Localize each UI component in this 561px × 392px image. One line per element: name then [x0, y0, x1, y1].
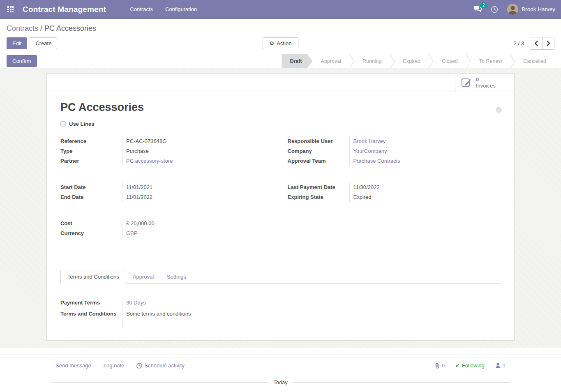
button-box: 0 Invoices [47, 74, 514, 92]
field-start-date: Start Date 11/01/2021 [60, 182, 274, 192]
attachments-count: 0 [442, 362, 445, 369]
field-last-payment-date: Last Payment Date 11/30/2022 [288, 182, 501, 192]
last-payment-date-value: 11/30/2022 [349, 182, 501, 192]
clock-icon [136, 363, 142, 369]
stage-closed[interactable]: Closed [434, 54, 466, 68]
field-terms-and-conditions: Terms and Conditions Some terms and cond… [60, 309, 501, 328]
stage-separator [510, 54, 515, 68]
user-avatar [507, 4, 518, 15]
stage-draft[interactable]: Draft [282, 54, 312, 68]
pager-counter: 2 / 3 [514, 40, 524, 46]
field-reference: Reference PC-AC-073648G [60, 136, 274, 146]
action-button[interactable]: ⚙ Action [263, 37, 299, 49]
breadcrumb-contracts[interactable]: Contracts [7, 24, 38, 32]
invoices-label: Invoices [476, 83, 496, 89]
chatter: Send message Log note Schedule activity … [0, 355, 561, 392]
stage-separator [390, 54, 395, 68]
field-cost: Cost £ 20,000.00 [60, 219, 274, 228]
payment-terms-link[interactable]: 30 Days [126, 300, 146, 306]
edit-document-icon [461, 77, 472, 88]
follower-person-icon [495, 363, 501, 368]
tab-approval[interactable]: Approval [126, 270, 160, 283]
stage-pipeline: Draft Approval Running Expired Closed To… [282, 54, 554, 68]
partner-link[interactable]: PC accessory-store [126, 158, 173, 164]
breadcrumb: Contracts / PC Accessories [7, 24, 554, 33]
breadcrumb-current: PC Accessories [44, 24, 96, 32]
create-button[interactable]: Create [30, 37, 57, 49]
stage-separator [349, 54, 354, 68]
check-icon: ✔ [455, 362, 460, 369]
activities-clock-icon[interactable] [491, 6, 498, 13]
gear-icon: ⚙ [270, 40, 275, 46]
control-panel: Contracts / PC Accessories Edit Create ⚙… [0, 19, 561, 54]
field-approval-team: Approval Team Purchase Contracts [288, 156, 501, 166]
tab-terms-and-conditions[interactable]: Terms and Conditions [60, 270, 126, 284]
messages-count-badge: 2 [480, 2, 487, 8]
paperclip-icon [435, 363, 440, 369]
notebook-tabs: Terms and Conditions Approval Settings [60, 270, 501, 284]
approval-team-link[interactable]: Purchase Contracts [353, 158, 400, 164]
menu-contracts[interactable]: Contracts [130, 6, 153, 12]
stage-approval[interactable]: Approval [313, 54, 349, 68]
stage-running[interactable]: Running [354, 54, 390, 68]
tab-settings[interactable]: Settings [160, 270, 193, 283]
responsible-user-link[interactable]: Brook Harvey [353, 138, 386, 144]
currency-link[interactable]: GBP [126, 230, 137, 236]
attachments-button[interactable]: 0 [435, 362, 445, 369]
use-lines-label: Use Lines [69, 121, 94, 127]
date-divider: Today [46, 379, 515, 385]
stage-to-renew[interactable]: To Renew [471, 54, 510, 68]
invoices-count: 0 [476, 76, 479, 83]
confirm-button[interactable]: Confirm [7, 55, 37, 67]
stage-cancelled[interactable]: Cancelled [515, 54, 554, 68]
form-sheet: 0 Invoices PC Accessories Use Lines Refe… [46, 73, 515, 341]
end-date-value: 11/01/2022 [122, 192, 274, 202]
terms-and-conditions-value: Some terms and conditions [122, 309, 501, 328]
form-view-background: 0 Invoices PC Accessories Use Lines Refe… [0, 68, 561, 348]
apps-menu-icon[interactable] [7, 6, 14, 12]
cost-value: £ 20,000.00 [122, 219, 274, 228]
breadcrumb-separator: / [38, 24, 44, 32]
pager-next-button[interactable] [542, 37, 554, 49]
messages-icon[interactable]: 2 [473, 5, 482, 14]
record-status-dot [496, 107, 502, 113]
followers-button[interactable]: 1 [495, 362, 506, 369]
send-message-button[interactable]: Send message [55, 362, 91, 369]
chevron-right-icon [547, 41, 550, 46]
field-responsible-user: Responsible User Brook Harvey [288, 136, 501, 146]
type-value: Purchase [122, 146, 274, 156]
menu-configuration[interactable]: Configuration [165, 6, 197, 12]
field-payment-terms: Payment Terms 30 Days [60, 298, 501, 308]
followers-count: 1 [503, 362, 506, 369]
field-type: Type Purchase [60, 146, 274, 156]
schedule-activity-button[interactable]: Schedule activity [136, 362, 185, 369]
app-title[interactable]: Contract Management [23, 5, 106, 14]
start-date-value: 11/01/2021 [122, 182, 274, 192]
field-partner: Partner PC accessory-store [60, 156, 274, 166]
stage-separator [466, 54, 471, 68]
field-company: Company YourCompany [288, 146, 501, 156]
top-navbar: Contract Management Contracts Configurat… [0, 0, 561, 19]
edit-button[interactable]: Edit [7, 37, 27, 49]
main-menu: Contracts Configuration [130, 6, 197, 12]
statusbar: Confirm Draft Approval Running Expired C… [0, 54, 561, 68]
field-end-date: End Date 11/01/2022 [60, 192, 274, 202]
company-link[interactable]: YourCompany [353, 148, 387, 154]
invoices-stat-button[interactable]: 0 Invoices [455, 74, 514, 92]
reference-value: PC-AC-073648G [122, 136, 274, 146]
chevron-left-icon [534, 41, 538, 46]
date-divider-label: Today [273, 379, 288, 385]
following-toggle[interactable]: ✔ Following [455, 362, 485, 369]
stage-expired[interactable]: Expired [395, 54, 429, 68]
pager-previous-button[interactable] [530, 37, 542, 49]
record-title: PC Accessories [60, 101, 501, 114]
user-menu[interactable]: Brook Harvey [507, 4, 555, 15]
user-name: Brook Harvey [522, 6, 555, 12]
log-note-button[interactable]: Log note [104, 362, 125, 369]
field-currency: Currency GBP [60, 228, 274, 238]
expiring-state-value: Expired [349, 192, 501, 202]
stage-separator [429, 54, 434, 68]
use-lines-checkbox[interactable] [60, 121, 66, 127]
field-expiring-state: Expiring State Expired [288, 192, 501, 202]
